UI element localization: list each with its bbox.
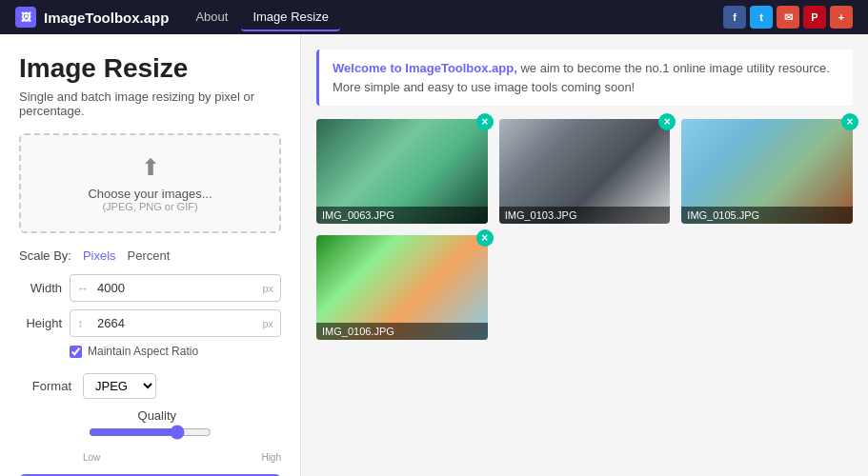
- image-item: IMG_0105.JPG ×: [681, 119, 853, 224]
- navbar: 🖼 ImageToolbox.app About Image Resize f …: [0, 0, 868, 34]
- height-input[interactable]: [70, 309, 281, 337]
- brand-name: ImageToolbox.app: [44, 10, 169, 26]
- scale-percent[interactable]: Percent: [128, 248, 171, 263]
- welcome-banner: Welcome to ImageToolbox.app, we aim to b…: [316, 50, 853, 106]
- image-item: IMG_0103.JPG ×: [499, 119, 671, 224]
- format-label: Format: [19, 379, 71, 393]
- width-row: Width ↔ px: [19, 274, 281, 302]
- width-input-wrap: ↔ px: [70, 274, 281, 302]
- upload-label: Choose your images...: [40, 187, 260, 201]
- email-button[interactable]: ✉: [777, 6, 799, 29]
- quality-slider-wrap: [89, 425, 212, 443]
- height-suffix: px: [262, 318, 273, 329]
- image-close-button[interactable]: ×: [476, 229, 494, 247]
- format-select[interactable]: JPEG PNG GIF WEBP: [83, 373, 156, 399]
- aspect-checkbox[interactable]: [70, 346, 82, 358]
- height-label: Height: [19, 316, 62, 330]
- twitter-button[interactable]: t: [750, 6, 773, 29]
- page-subtitle: Single and batch image resizing by pixel…: [19, 89, 281, 118]
- width-suffix: px: [262, 283, 273, 294]
- image-filename: IMG_0103.JPG: [499, 207, 671, 224]
- format-row: Format JPEG PNG GIF WEBP: [19, 373, 281, 399]
- nav-about[interactable]: About: [184, 4, 239, 31]
- googleplus-button[interactable]: +: [830, 6, 853, 29]
- scale-row: Scale By: Pixels Percent: [19, 248, 281, 263]
- image-item: IMG_0106.JPG ×: [316, 235, 488, 340]
- height-row: Height ↕ px: [19, 309, 281, 337]
- brand-logo[interactable]: 🖼 ImageToolbox.app: [15, 7, 169, 28]
- quality-low-label: Low: [83, 452, 100, 463]
- welcome-strong: Welcome to ImageToolbox.app,: [333, 61, 517, 75]
- image-close-button[interactable]: ×: [841, 113, 858, 130]
- scale-pixels[interactable]: Pixels: [83, 248, 116, 263]
- upload-area[interactable]: ⬆ Choose your images... (JPEG, PNG or GI…: [19, 133, 281, 233]
- image-close-button[interactable]: ×: [476, 113, 494, 130]
- right-panel: Welcome to ImageToolbox.app, we aim to b…: [301, 34, 868, 476]
- image-grid: IMG_0063.JPG × IMG_0103.JPG × IMG_0105.J…: [316, 119, 853, 340]
- quality-range-labels: Low High: [19, 452, 281, 463]
- width-prefix-icon: ↔: [77, 282, 89, 295]
- pinterest-button[interactable]: P: [803, 6, 826, 29]
- facebook-button[interactable]: f: [723, 6, 746, 29]
- height-prefix-icon: ↕: [77, 317, 83, 330]
- scale-by-label: Scale By:: [19, 248, 71, 263]
- nav-links: About Image Resize: [184, 4, 708, 31]
- quality-slider[interactable]: [89, 425, 212, 440]
- width-input[interactable]: [70, 274, 281, 302]
- image-close-button[interactable]: ×: [658, 113, 676, 130]
- image-filename: IMG_0063.JPG: [316, 207, 488, 224]
- quality-label: Quality: [124, 408, 176, 423]
- quality-high-label: High: [261, 452, 281, 463]
- image-filename: IMG_0105.JPG: [681, 207, 853, 224]
- upload-icon: ⬆: [40, 154, 260, 181]
- page-title: Image Resize: [19, 53, 281, 84]
- quality-row: Quality: [19, 408, 281, 443]
- brand-icon: 🖼: [15, 7, 36, 28]
- height-input-wrap: ↕ px: [70, 309, 281, 337]
- social-buttons: f t ✉ P +: [723, 6, 853, 29]
- main-layout: Image Resize Single and batch image resi…: [0, 34, 868, 476]
- aspect-label: Maintain Aspect Ratio: [88, 345, 198, 358]
- left-panel: Image Resize Single and batch image resi…: [0, 34, 301, 476]
- width-label: Width: [19, 281, 62, 295]
- image-filename: IMG_0106.JPG: [316, 323, 488, 340]
- upload-hint: (JPEG, PNG or GIF): [40, 201, 260, 212]
- aspect-row: Maintain Aspect Ratio: [19, 345, 281, 358]
- nav-image-resize[interactable]: Image Resize: [241, 4, 339, 31]
- image-item: IMG_0063.JPG ×: [316, 119, 488, 224]
